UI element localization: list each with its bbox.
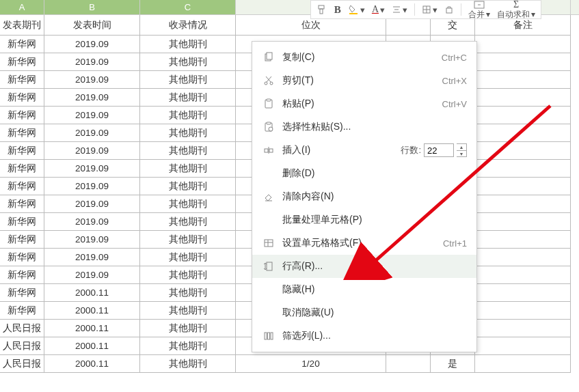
table-row[interactable]: 人民日报2000.11其他期刊1/20是 [0, 355, 579, 373]
cell[interactable]: 2019.09 [44, 71, 140, 89]
cell[interactable] [475, 53, 571, 71]
cell[interactable]: 其他期刊 [140, 36, 236, 53]
cell[interactable] [475, 124, 571, 142]
cell[interactable]: 2019.09 [44, 53, 140, 71]
cell[interactable]: 其他期刊 [140, 107, 236, 124]
ctx-row-height[interactable]: 行高(R)... [252, 255, 476, 278]
cell[interactable]: 2000.11 [44, 320, 140, 337]
cell[interactable]: 其他期刊 [140, 337, 236, 355]
cell[interactable] [475, 178, 571, 195]
cell[interactable]: 其他期刊 [140, 89, 236, 107]
ctx-filter[interactable]: 筛选列(L)... [252, 324, 476, 348]
merge-group[interactable]: 合并▾ [468, 1, 490, 18]
align-button[interactable]: ▾ [392, 5, 407, 15]
cell[interactable]: 新华网 [0, 231, 44, 249]
cell[interactable]: 新华网 [0, 36, 44, 53]
col-header-b[interactable]: B [44, 0, 140, 14]
ctx-paste[interactable]: 粘贴(P) Ctrl+V [252, 92, 476, 115]
cell[interactable] [475, 71, 571, 89]
cell[interactable]: 新华网 [0, 284, 44, 302]
cell[interactable]: 人民日报 [0, 337, 44, 355]
autosum-group[interactable]: Σ 自动求和▾ [497, 1, 535, 18]
cell[interactable] [475, 337, 571, 355]
cell[interactable] [475, 355, 571, 373]
fill-color-button[interactable]: ▾ [348, 4, 365, 15]
cell[interactable] [386, 355, 431, 373]
cell[interactable]: 2000.11 [44, 355, 140, 373]
ctx-cut[interactable]: 剪切(T) Ctrl+X [252, 69, 476, 92]
cell[interactable]: 2000.11 [44, 337, 140, 355]
cell[interactable]: 2019.09 [44, 142, 140, 160]
cell[interactable]: 其他期刊 [140, 160, 236, 178]
format-painter-button[interactable] [317, 4, 327, 15]
cell[interactable]: 新华网 [0, 160, 44, 178]
cell[interactable] [475, 213, 571, 231]
cell[interactable] [475, 195, 571, 213]
bold-button[interactable]: B [334, 4, 341, 16]
cell[interactable] [475, 284, 571, 302]
cell[interactable]: 2019.09 [44, 195, 140, 213]
cell[interactable]: 其他期刊 [140, 266, 236, 284]
cell[interactable]: 新华网 [0, 302, 44, 320]
border-button[interactable]: ▾ [422, 5, 437, 15]
col-header-a[interactable]: A [0, 0, 44, 14]
cell[interactable]: 2019.09 [44, 231, 140, 249]
cell[interactable]: 新华网 [0, 213, 44, 231]
cell[interactable]: 2019.09 [44, 107, 140, 124]
cell[interactable]: 其他期刊 [140, 320, 236, 337]
cell[interactable]: 新华网 [0, 142, 44, 160]
cell[interactable]: 2019.09 [44, 213, 140, 231]
cell[interactable]: 其他期刊 [140, 355, 236, 373]
cell[interactable] [475, 142, 571, 160]
cell[interactable]: 新华网 [0, 266, 44, 284]
cell[interactable] [475, 107, 571, 124]
cell[interactable]: 2019.09 [44, 160, 140, 178]
cell[interactable]: 其他期刊 [140, 302, 236, 320]
ctx-clear[interactable]: 清除内容(N) [252, 185, 476, 208]
cell[interactable]: 其他期刊 [140, 249, 236, 266]
cell[interactable]: 2000.11 [44, 284, 140, 302]
font-color-button[interactable]: A ▾ [372, 4, 385, 15]
cell[interactable]: 新华网 [0, 89, 44, 107]
cell[interactable] [475, 320, 571, 337]
ctx-format-cells[interactable]: 设置单元格格式(F) Ctrl+1 [252, 232, 476, 255]
cell[interactable]: 其他期刊 [140, 142, 236, 160]
cell[interactable]: 2019.09 [44, 36, 140, 53]
cell[interactable]: 2019.09 [44, 249, 140, 266]
cell[interactable]: 其他期刊 [140, 53, 236, 71]
cell[interactable]: 2000.11 [44, 302, 140, 320]
cell[interactable]: 新华网 [0, 249, 44, 266]
cell[interactable]: 其他期刊 [140, 124, 236, 142]
ctx-batch[interactable]: 批量处理单元格(P) [252, 208, 476, 232]
insert-rows-stepper[interactable]: ▲▼ [457, 143, 467, 157]
insert-rows-input[interactable] [424, 143, 454, 157]
col-header-c[interactable]: C [140, 0, 236, 14]
cell[interactable]: 新华网 [0, 71, 44, 89]
cell[interactable]: 其他期刊 [140, 178, 236, 195]
cell[interactable]: 新华网 [0, 124, 44, 142]
cell[interactable]: 2019.09 [44, 124, 140, 142]
cell[interactable]: 人民日报 [0, 355, 44, 373]
cell[interactable] [475, 160, 571, 178]
cell[interactable]: 其他期刊 [140, 284, 236, 302]
ctx-copy[interactable]: 复制(C) Ctrl+C [252, 46, 476, 69]
cell[interactable]: 其他期刊 [140, 71, 236, 89]
cell[interactable]: 2019.09 [44, 89, 140, 107]
cell[interactable] [475, 249, 571, 266]
ctx-unhide[interactable]: 取消隐藏(U) [252, 301, 476, 324]
cell[interactable] [475, 266, 571, 284]
cell[interactable] [475, 36, 571, 53]
cell[interactable]: 新华网 [0, 195, 44, 213]
cell[interactable]: 新华网 [0, 178, 44, 195]
cell[interactable]: 其他期刊 [140, 231, 236, 249]
cell[interactable]: 其他期刊 [140, 213, 236, 231]
cell[interactable]: 新华网 [0, 107, 44, 124]
ctx-delete[interactable]: 删除(D) [252, 162, 476, 185]
cell[interactable] [475, 89, 571, 107]
ctx-paste-special[interactable]: 选择性粘贴(S)... [252, 115, 476, 139]
cell[interactable]: 1/20 [236, 355, 386, 373]
format-cells-icon[interactable] [444, 5, 454, 14]
cell[interactable]: 新华网 [0, 53, 44, 71]
cell[interactable] [475, 231, 571, 249]
cell[interactable]: 是 [431, 355, 475, 373]
